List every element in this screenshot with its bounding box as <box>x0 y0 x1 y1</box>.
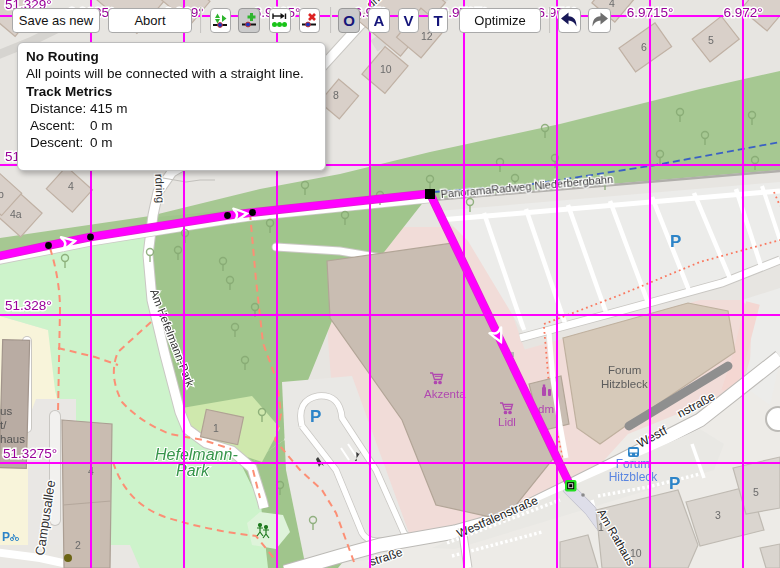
svg-text:4: 4 <box>68 180 74 192</box>
svg-text:Akzenta: Akzenta <box>424 388 466 400</box>
svg-text:Hitzbleck: Hitzbleck <box>601 378 648 390</box>
svg-text:6.9715°: 6.9715° <box>627 5 674 20</box>
svg-text:6: 6 <box>641 41 647 53</box>
svg-text:10: 10 <box>380 63 392 75</box>
svg-text:10: 10 <box>630 547 642 559</box>
svg-text:5: 5 <box>708 34 714 46</box>
svg-text:51.3275°: 51.3275° <box>3 446 57 461</box>
svg-text:3: 3 <box>715 509 721 521</box>
svg-text:rdring: rdring <box>153 173 167 203</box>
svg-text:P: P <box>310 407 321 426</box>
svg-text:t/: t/ <box>0 419 7 431</box>
svg-text:Forum: Forum <box>608 364 641 376</box>
svg-text:51.328°: 51.328° <box>5 298 52 313</box>
svg-text:1: 1 <box>598 521 604 533</box>
svg-text:P: P <box>670 232 681 251</box>
svg-text:4a: 4a <box>10 208 22 220</box>
svg-text:8: 8 <box>333 89 339 101</box>
svg-text:2: 2 <box>75 539 81 551</box>
svg-text:1: 1 <box>213 422 219 434</box>
svg-text:us: us <box>0 405 12 417</box>
svg-text:haus: haus <box>0 433 25 445</box>
svg-text:Hitzbleck: Hitzbleck <box>609 470 659 484</box>
svg-text:6.972°: 6.972° <box>723 5 762 20</box>
svg-text:P: P <box>669 474 680 493</box>
svg-text:b: b <box>0 188 4 200</box>
svg-text:Hefelmann-: Hefelmann- <box>155 446 238 463</box>
svg-text:5: 5 <box>753 486 759 498</box>
svg-text:P: P <box>2 530 10 544</box>
svg-text:4: 4 <box>609 0 615 9</box>
svg-text:dm: dm <box>538 403 554 415</box>
svg-text:Lidl: Lidl <box>498 416 516 428</box>
svg-text:Park: Park <box>176 462 210 479</box>
